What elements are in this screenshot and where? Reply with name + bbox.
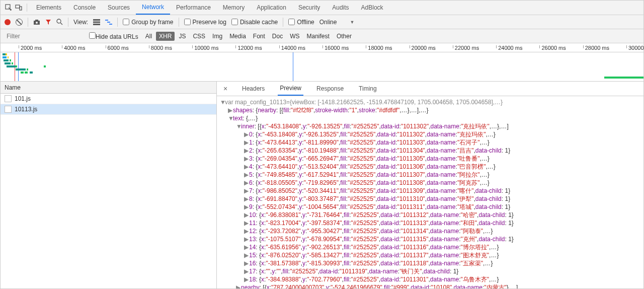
svg-rect-12	[107, 22, 110, 23]
tree-row[interactable]: ▶3: {x: "-269.04354", y: "-665.26947", f…	[244, 155, 640, 163]
expand-arrow-icon[interactable]: ▶	[244, 163, 249, 171]
tree-row[interactable]: ▶1: {x: "-473.64413", y: "-811.89990", f…	[244, 138, 640, 147]
record-button[interactable]	[5, 19, 11, 25]
expand-arrow-icon[interactable]: ▶	[236, 283, 241, 288]
list-item[interactable]: 10113.js	[1, 104, 216, 115]
expand-arrow-icon[interactable]: ▶	[244, 130, 249, 138]
expand-arrow-icon[interactable]: ▶	[244, 187, 249, 195]
capture-screenshot-icon[interactable]	[33, 19, 40, 25]
tree-row[interactable]: ▶0: {x: "-453.18408", y: "-926.13525", f…	[244, 130, 640, 138]
tab-elements[interactable]: Elements	[30, 1, 67, 15]
clear-button[interactable]	[16, 19, 23, 26]
tree-row[interactable]: ▶8: {x: "-691.88470", y: "-803.37487", f…	[244, 195, 640, 203]
expand-arrow-icon[interactable]: ▶	[244, 267, 249, 275]
preview-pane[interactable]: ▼var map_config_10113={viewBox: [-1418.2…	[217, 96, 643, 288]
search-icon[interactable]	[56, 19, 63, 25]
filter-xhr[interactable]: XHR	[156, 32, 175, 41]
details-tab-response[interactable]: Response	[314, 82, 346, 96]
expand-arrow-icon[interactable]: ▶	[244, 251, 249, 259]
tab-memory[interactable]: Memory	[217, 1, 251, 15]
expand-arrow-icon[interactable]: ▶	[244, 179, 249, 187]
tree-row[interactable]: ▶nearby: [{x: "787.24000400703", y: "-52…	[236, 283, 640, 288]
waterfall-toggle-icon[interactable]	[105, 19, 112, 25]
tab-adblock[interactable]: AdBlock	[355, 1, 389, 15]
preserve-log-checkbox[interactable]: Preserve log	[184, 19, 226, 26]
expand-arrow-icon[interactable]: ▶	[244, 219, 249, 227]
expand-arrow-icon[interactable]: ▼	[220, 98, 225, 106]
filter-css[interactable]: CSS	[190, 32, 208, 41]
expand-arrow-icon[interactable]: ▶	[244, 227, 249, 235]
svg-rect-10	[93, 24, 100, 25]
group-by-frame-checkbox[interactable]: Group by frame	[123, 19, 173, 26]
hide-data-urls-checkbox[interactable]: Hide data URLs	[89, 32, 138, 40]
tree-row[interactable]: ▼var map_config_10113={viewBox: [-1418.2…	[220, 98, 640, 106]
expand-arrow-icon[interactable]: ▶	[244, 147, 249, 155]
filter-js[interactable]: JS	[176, 32, 189, 41]
expand-arrow-icon[interactable]: ▶	[244, 275, 249, 283]
tree-row[interactable]: ▶10: {x: "-96.838081", y: "-731.76464", …	[244, 211, 640, 219]
expand-arrow-icon[interactable]: ▶	[244, 195, 249, 203]
filter-toggle-icon[interactable]	[45, 19, 51, 25]
tree-row[interactable]: ▼inner: [{x: "-453.18408", y: "-926.1352…	[236, 122, 640, 130]
tab-network[interactable]: Network	[136, 1, 170, 15]
tab-application[interactable]: Application	[251, 1, 292, 15]
filter-media[interactable]: Media	[226, 32, 249, 41]
tab-performance[interactable]: Performance	[170, 1, 217, 15]
tree-row[interactable]: ▶2: {x: "-265.63354", y: "-810.19488", f…	[244, 147, 640, 155]
tree-row[interactable]: ▶15: {x: "-876.02520", y: "-585.13427", …	[244, 251, 640, 259]
tab-console[interactable]: Console	[67, 1, 102, 15]
expand-arrow-icon[interactable]: ▶	[244, 171, 249, 179]
filter-other[interactable]: Other	[334, 32, 355, 41]
expand-arrow-icon[interactable]: ▶	[244, 138, 249, 147]
device-toggle-icon[interactable]	[14, 3, 24, 13]
tree-row[interactable]: ▶11: {x: "-823.17004", y: "-397.58374", …	[244, 219, 640, 227]
svg-rect-11	[105, 20, 108, 21]
tab-audits[interactable]: Audits	[326, 1, 355, 15]
tree-row[interactable]: ▶6: {x: "-818.05505", y: "-719.82965", f…	[244, 179, 640, 187]
tab-sources[interactable]: Sources	[102, 1, 136, 15]
devtools-top-tabs: ElementsConsoleSourcesNetworkPerformance…	[1, 1, 643, 15]
tree-row[interactable]: ▶17: {x: "", y: "", fill: "#252525", dat…	[244, 267, 640, 275]
tab-security[interactable]: Security	[292, 1, 326, 15]
close-icon[interactable]: ×	[220, 85, 231, 93]
throttle-dropdown[interactable]: Online▼	[319, 19, 355, 26]
expand-arrow-icon[interactable]: ▼	[236, 122, 241, 130]
tree-row[interactable]: ▶shapes: {nearby: [{fill: "#f2f2f8", str…	[228, 106, 640, 114]
expand-arrow-icon[interactable]: ▶	[244, 155, 249, 163]
expand-arrow-icon[interactable]: ▶	[244, 243, 249, 251]
tree-row[interactable]: ▶13: {x: "-1075.5107", y: "-678.90954", …	[244, 235, 640, 243]
expand-arrow-icon[interactable]: ▶	[244, 203, 249, 211]
tree-row[interactable]: ▶16: {x: "-381.57388", y: "-815.30993", …	[244, 259, 640, 267]
tree-row[interactable]: ▶9: {x: "-552.07434", y: "-1004.5654", f…	[244, 203, 640, 211]
tree-row[interactable]: ▶18: {x: "-384.98388", y: "-702.77960", …	[244, 275, 640, 283]
filter-ws[interactable]: WS	[287, 32, 302, 41]
inspect-icon[interactable]	[4, 3, 14, 13]
details-tab-headers[interactable]: Headers	[240, 82, 267, 96]
filter-doc[interactable]: Doc	[269, 32, 286, 41]
offline-checkbox[interactable]: Offline	[288, 19, 314, 26]
list-item[interactable]: 101.js	[1, 94, 216, 104]
file-icon	[5, 95, 12, 102]
expand-arrow-icon[interactable]: ▶	[244, 235, 249, 243]
network-timeline[interactable]: 2000 ms4000 ms6000 ms8000 ms10000 ms1200…	[1, 43, 643, 82]
details-tab-preview[interactable]: Preview	[278, 82, 303, 96]
tree-row[interactable]: ▶5: {x: "-749.85485", y: "-617.52941", f…	[244, 171, 640, 179]
disable-cache-checkbox[interactable]: Disable cache	[231, 19, 278, 26]
column-header-name[interactable]: Name	[1, 82, 216, 94]
tree-row[interactable]: ▶4: {x: "-473.64410", y: "-513.52404", f…	[244, 163, 640, 171]
expand-arrow-icon[interactable]: ▶	[228, 106, 233, 114]
expand-arrow-icon[interactable]: ▶	[244, 211, 249, 219]
tree-row[interactable]: ▶14: {x: "-635.61956", y: "-902.26513", …	[244, 243, 640, 251]
filter-manifest[interactable]: Manifest	[304, 32, 333, 41]
large-rows-icon[interactable]	[93, 19, 100, 25]
filter-font[interactable]: Font	[250, 32, 268, 41]
expand-arrow-icon[interactable]: ▼	[228, 114, 233, 122]
expand-arrow-icon[interactable]: ▶	[244, 259, 249, 267]
filter-input[interactable]	[5, 32, 85, 41]
filter-all[interactable]: All	[142, 32, 155, 41]
filter-img[interactable]: Img	[209, 32, 225, 41]
details-tab-timing[interactable]: Timing	[357, 82, 379, 96]
tree-row[interactable]: ▶12: {x: "-293.72082", y: "-955.30427", …	[244, 227, 640, 235]
tree-row[interactable]: ▶7: {x: "-986.85052", y: "-520.34411", f…	[244, 187, 640, 195]
tree-row[interactable]: ▼text: {,…}	[228, 114, 640, 122]
